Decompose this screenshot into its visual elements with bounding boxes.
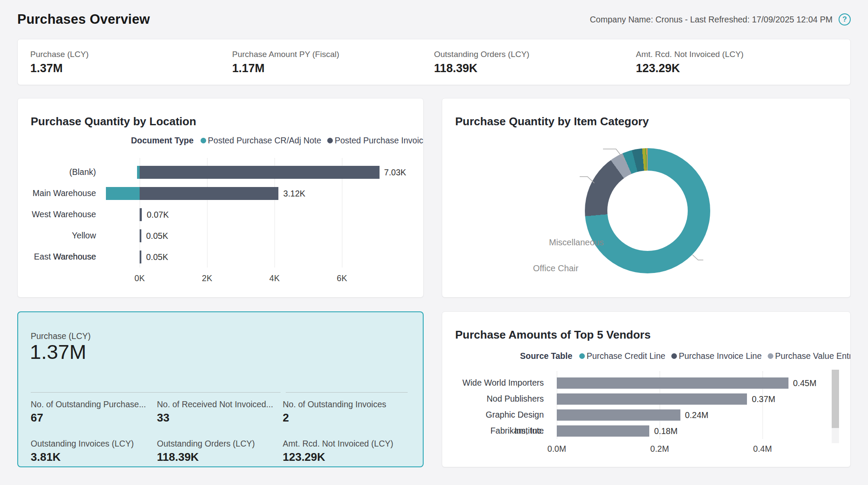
help-icon[interactable]: ? bbox=[839, 13, 851, 25]
location-chart-body: (Blank)Main WarehouseWest WarehouseYello… bbox=[30, 162, 415, 267]
bar-segment-invoice[interactable] bbox=[140, 229, 141, 242]
vendors-scrollbar-thumb[interactable] bbox=[832, 370, 839, 428]
metric-label: No. of Outstanding Invoices bbox=[283, 399, 393, 409]
purchases-overview-page: Purchases Overview Company Name: Cronus … bbox=[0, 0, 868, 485]
bar-value-label: 0.07K bbox=[147, 208, 169, 221]
vendor-bar[interactable] bbox=[557, 425, 649, 437]
x-axis-tick: 0.2M bbox=[650, 444, 669, 454]
vendors-scrollbar-track[interactable] bbox=[832, 370, 839, 443]
legend-dot-icon bbox=[579, 353, 585, 359]
legend-dot-icon bbox=[768, 353, 773, 359]
metric-received-not-invoiced-count: No. of Received Not Invoiced... 33 bbox=[157, 399, 283, 425]
metric-outstanding-invoices-lcy: Outstanding Invoices (LCY) 3.81K bbox=[31, 439, 157, 464]
legend-items: Purchase Credit LinePurchase Invoice Lin… bbox=[579, 351, 851, 361]
bar-segment-invoice[interactable] bbox=[140, 187, 278, 200]
metric-label: Amt. Rcd. Not Invoiced (LCY) bbox=[283, 439, 393, 449]
bar-value-label: 0.24M bbox=[685, 409, 708, 421]
location-x-axis: 0K2K4K6K bbox=[101, 273, 423, 284]
bar-value-label: 0.37M bbox=[752, 393, 775, 405]
category-label: Nod Publishers bbox=[454, 391, 544, 407]
legend-label: Purchase Value Entries bbox=[775, 351, 851, 361]
vendor-bar[interactable] bbox=[557, 409, 680, 421]
vendors-category-labels: Wide World ImportersNod PublishersGraphi… bbox=[454, 375, 549, 439]
vendor-bar[interactable] bbox=[557, 393, 747, 405]
category-donut-title: Purchase Quantity by Item Category bbox=[455, 115, 649, 128]
metric-value: 3.81K bbox=[31, 450, 157, 464]
legend-title: Document Type bbox=[131, 136, 194, 146]
metric-outstanding-purchase-count: No. of Outstanding Purchase... 67 bbox=[31, 399, 157, 425]
legend-item[interactable]: Purchase Credit Line bbox=[579, 351, 665, 361]
bar-segment-cr-adj-note[interactable] bbox=[106, 187, 140, 200]
legend-label: Posted Purchase CR/Adj Note bbox=[208, 136, 321, 146]
category-label: East Warehouse bbox=[30, 246, 96, 267]
legend-item[interactable]: Purchase Invoice Line bbox=[671, 351, 762, 361]
header-meta-group: Company Name: Cronus - Last Refreshed: 1… bbox=[590, 13, 851, 25]
vendors-chart-legend: Source Table Purchase Credit LinePurchas… bbox=[520, 351, 851, 361]
donut-hole bbox=[607, 171, 688, 251]
dashboard-grid: Purchase Quantity by Location Document T… bbox=[17, 98, 851, 467]
kpi-label: Outstanding Orders (LCY) bbox=[434, 50, 623, 59]
item-category-donut[interactable] bbox=[585, 148, 710, 273]
metric-label: No. of Received Not Invoiced... bbox=[157, 399, 283, 409]
bar-value-label: 0.05K bbox=[146, 229, 168, 242]
bar-value-label: 7.03K bbox=[384, 166, 406, 179]
bar-segment-invoice[interactable] bbox=[140, 166, 380, 179]
metric-label: Outstanding Orders (LCY) bbox=[157, 439, 283, 449]
company-refresh-status: Company Name: Cronus - Last Refreshed: 1… bbox=[590, 15, 833, 25]
metric-amt-rcd-not-invoiced-lcy: Amt. Rcd. Not Invoiced (LCY) 123.29K bbox=[283, 439, 393, 464]
category-donut-card: Purchase Quantity by Item Category Misce… bbox=[442, 98, 851, 298]
category-label: (Blank) bbox=[30, 162, 96, 183]
x-axis-tick: 4K bbox=[269, 273, 280, 283]
metric-label: Outstanding Invoices (LCY) bbox=[31, 439, 157, 449]
legend-items: Posted Purchase CR/Adj NotePosted Purcha… bbox=[201, 136, 424, 146]
metric-value: 33 bbox=[157, 411, 283, 425]
purchase-card-metrics: No. of Outstanding Purchase... 67 No. of… bbox=[31, 399, 393, 464]
legend-title: Source Table bbox=[520, 351, 572, 361]
legend-item[interactable]: Purchase Value Entries bbox=[768, 351, 851, 361]
kpi-value: 123.29K bbox=[636, 62, 825, 75]
location-category-labels: (Blank)Main WarehouseWest WarehouseYello… bbox=[30, 162, 101, 267]
donut-label-miscellaneous: Miscellaneous bbox=[549, 238, 601, 247]
location-chart-legend: Document Type Posted Purchase CR/Adj Not… bbox=[131, 136, 424, 146]
kpi-label: Purchase Amount PY (Fiscal) bbox=[232, 50, 421, 59]
legend-label: Posted Purchase Invoice bbox=[335, 136, 424, 146]
bar-segment-invoice[interactable] bbox=[140, 208, 142, 221]
legend-dot-icon bbox=[201, 138, 206, 143]
metric-outstanding-orders-lcy: Outstanding Orders (LCY) 118.39K bbox=[157, 439, 283, 464]
kpi-amt-rcd-not-invoiced: Amt. Rcd. Not Invoiced (LCY) 123.29K bbox=[623, 50, 825, 85]
purchase-card-value: 1.37M bbox=[30, 340, 86, 364]
legend-item[interactable]: Posted Purchase CR/Adj Note bbox=[201, 136, 321, 146]
purchase-lcy-selected-card[interactable]: Purchase (LCY) 1.37M No. of Outstanding … bbox=[17, 311, 424, 467]
legend-dot-icon bbox=[327, 138, 333, 143]
page-header: Purchases Overview Company Name: Cronus … bbox=[0, 0, 868, 39]
vendors-chart-card: Purchase Amounts of Top 5 Vendors Source… bbox=[442, 311, 851, 467]
bar-segment-invoice[interactable] bbox=[140, 250, 141, 263]
vendor-bar[interactable] bbox=[557, 377, 788, 389]
kpi-purchase-lcy: Purchase (LCY) 1.37M bbox=[18, 50, 220, 85]
x-axis-tick: 0.0M bbox=[547, 444, 566, 454]
metric-value: 118.39K bbox=[157, 450, 283, 464]
legend-dot-icon bbox=[671, 353, 677, 359]
category-label: Wide World Importers bbox=[454, 375, 544, 391]
divider bbox=[31, 392, 408, 393]
metric-label: No. of Outstanding Purchase... bbox=[31, 399, 157, 409]
bar-value-label: 0.45M bbox=[793, 377, 817, 389]
bar-value-label: 0.05K bbox=[146, 250, 168, 263]
kpi-label: Purchase (LCY) bbox=[30, 50, 220, 59]
category-label: Graphic Design Institute bbox=[454, 407, 544, 423]
category-label: Fabrikam, Inc. bbox=[454, 423, 544, 439]
category-label: Main Warehouse bbox=[30, 183, 96, 204]
legend-label: Purchase Invoice Line bbox=[679, 351, 762, 361]
category-label: West Warehouse bbox=[30, 204, 96, 225]
metric-outstanding-invoices-count: No. of Outstanding Invoices 2 bbox=[283, 399, 393, 425]
kpi-label: Amt. Rcd. Not Invoiced (LCY) bbox=[636, 50, 825, 59]
location-chart-card: Purchase Quantity by Location Document T… bbox=[17, 98, 424, 298]
bar-value-label: 0.18M bbox=[654, 425, 677, 437]
metric-value: 123.29K bbox=[283, 450, 393, 464]
x-axis-tick: 6K bbox=[337, 273, 347, 283]
legend-item[interactable]: Posted Purchase Invoice bbox=[327, 136, 424, 146]
vendors-chart-title: Purchase Amounts of Top 5 Vendors bbox=[455, 328, 651, 342]
x-axis-tick: 2K bbox=[202, 273, 212, 283]
vendors-x-axis: 0.0M0.2M0.4M bbox=[549, 444, 850, 454]
vendors-plot: 0.45M0.37M0.24M0.18M bbox=[549, 375, 821, 439]
